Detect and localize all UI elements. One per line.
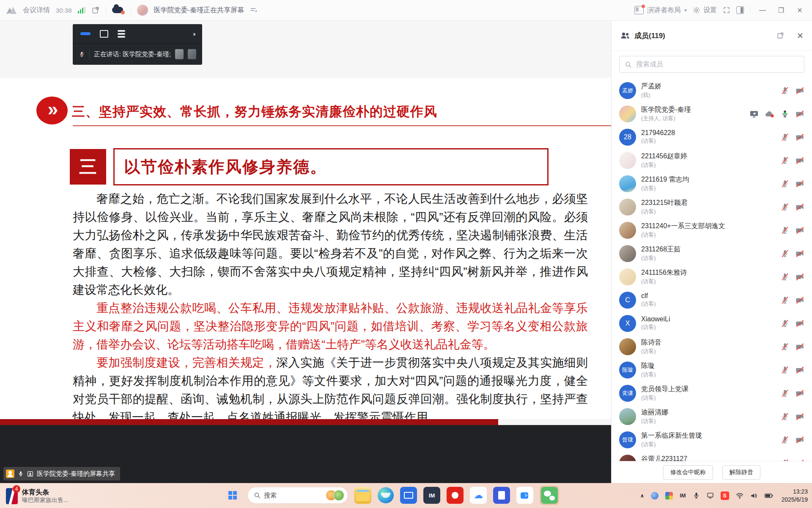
wifi-icon[interactable] — [736, 492, 743, 499]
camera-muted-icon[interactable] — [795, 203, 804, 211]
camera-muted-icon[interactable] — [795, 342, 804, 351]
tray-expand-icon[interactable]: ∧ — [640, 493, 645, 499]
screen-share-status-pill[interactable]: 医学院党委-秦瑾的屏幕共享 — [3, 467, 120, 480]
camera-muted-icon[interactable] — [795, 389, 804, 398]
camera-muted-icon[interactable] — [795, 156, 804, 165]
minimize-button[interactable]: — — [756, 4, 769, 17]
active-app-highlight[interactable] — [540, 486, 559, 505]
mic-muted-icon[interactable] — [781, 179, 789, 188]
camera-muted-icon[interactable] — [795, 273, 804, 281]
mic-muted-icon[interactable] — [781, 203, 789, 211]
red-app-icon[interactable] — [447, 487, 464, 504]
window-view-icon[interactable] — [100, 30, 108, 38]
member-row[interactable]: 2231215叶颖君 (访客) — [612, 195, 812, 218]
file-explorer-icon[interactable] — [354, 487, 371, 504]
member-row[interactable]: 2311268王茹 (访客) — [612, 242, 812, 265]
mic-muted-icon[interactable] — [781, 412, 789, 421]
member-row[interactable]: 迪丽清娜 (访客) — [612, 405, 812, 428]
camera-muted-icon[interactable] — [795, 249, 804, 258]
camera-muted-icon[interactable] — [795, 366, 804, 374]
taskbar-clock[interactable]: 13:23 2025/6/19 — [782, 488, 808, 503]
volume-icon[interactable] — [750, 492, 758, 499]
settings-button[interactable]: 设置 — [693, 6, 717, 15]
member-row[interactable]: 2411156朱雅诗 (访客) — [612, 265, 812, 288]
camera-muted-icon[interactable] — [795, 296, 804, 304]
ime-indicator[interactable]: IM — [680, 492, 686, 499]
meeting-details-link[interactable]: 会议详情 — [23, 6, 50, 15]
member-row[interactable]: 医学院党委-秦瑾 (主持人, 访客) — [612, 102, 812, 125]
mic-muted-icon[interactable] — [781, 226, 789, 235]
unmute-button[interactable]: 解除静音 — [722, 465, 760, 480]
mic-muted-icon[interactable] — [781, 366, 789, 374]
speaker-layout-button[interactable]: 演讲者布局 ▾ — [634, 6, 687, 15]
expand-toolbar-icon[interactable]: ›› — [193, 30, 195, 37]
member-row[interactable]: 曾珑 第一系临床新生曾珑 (访客) — [612, 428, 812, 451]
tray-mic-icon[interactable] — [693, 492, 700, 499]
store-icon[interactable] — [400, 487, 417, 504]
mic-muted-icon[interactable] — [781, 436, 789, 444]
member-row[interactable]: C clf (访客) — [612, 288, 812, 312]
mic-muted-icon[interactable] — [781, 389, 789, 398]
tray-display-icon[interactable] — [707, 492, 714, 499]
member-row[interactable]: 孟娇 严孟娇 (我) — [612, 79, 812, 102]
sogou-icon[interactable]: S — [721, 491, 729, 500]
mic-muted-icon[interactable] — [781, 133, 789, 141]
mic-muted-icon[interactable] — [781, 342, 789, 351]
camera-muted-icon[interactable] — [795, 436, 804, 444]
video-thumbnail[interactable] — [188, 49, 196, 59]
camera-muted-icon[interactable] — [795, 110, 804, 118]
mic-muted-icon[interactable] — [781, 296, 789, 304]
wechat-icon[interactable] — [541, 487, 558, 504]
cloud-recording-icon[interactable] — [112, 6, 125, 14]
member-row[interactable]: 2311240+一系三支部胡逸文 (访客) — [612, 218, 812, 242]
member-row[interactable]: X XiaoweiLi (访客) — [612, 312, 812, 335]
share-window-icon[interactable] — [91, 6, 100, 14]
camera-muted-icon[interactable] — [795, 86, 804, 95]
fullscreen-icon[interactable] — [723, 6, 730, 14]
mic-active-icon[interactable] — [781, 110, 789, 118]
member-row[interactable]: 28 217946228 (访客) — [612, 125, 812, 149]
member-name: 医学院党委-秦瑾 — [641, 105, 744, 114]
minimize-toolbar-icon[interactable] — [80, 32, 91, 35]
battery-icon[interactable] — [765, 493, 773, 498]
start-button[interactable] — [224, 487, 241, 504]
camera-muted-icon[interactable] — [795, 133, 804, 141]
annotation-icon[interactable] — [250, 7, 258, 14]
tray-blue-icon[interactable] — [651, 492, 658, 500]
member-search-input[interactable] — [635, 60, 799, 69]
video-thumbnail[interactable] — [175, 49, 184, 59]
maximize-button[interactable]: ❐ — [775, 4, 787, 17]
member-row[interactable]: 2211456赵章婷 (访客) — [612, 149, 812, 172]
side-panel-toggle-icon[interactable] — [736, 6, 744, 14]
mic-muted-icon[interactable] — [781, 273, 789, 281]
close-button[interactable]: ✕ — [793, 4, 806, 17]
member-status-icons — [781, 133, 804, 141]
docs-app-icon[interactable] — [493, 487, 510, 504]
mic-muted-icon[interactable] — [781, 249, 789, 258]
member-list-icon[interactable] — [118, 30, 125, 38]
mic-muted-icon[interactable] — [781, 86, 789, 95]
news-widget[interactable]: 体育头条 曝巴斯家族出售... — [6, 488, 145, 504]
member-row[interactable]: 陈诗音 (访客) — [612, 335, 812, 358]
member-row[interactable]: 2211619 雷志均 (访客) — [612, 172, 812, 195]
mic-muted-icon[interactable] — [781, 319, 789, 328]
member-row[interactable]: 党课 党员领导上党课 (访客) — [612, 381, 812, 405]
camera-muted-icon[interactable] — [795, 226, 804, 235]
member-row[interactable]: 谷蕾儿2231127 (访客) — [612, 451, 812, 461]
tencent-meeting-icon[interactable] — [516, 487, 533, 504]
camera-muted-icon[interactable] — [795, 319, 804, 328]
camera-muted-icon[interactable] — [795, 412, 804, 421]
member-search-box[interactable] — [619, 56, 804, 73]
tray-color-icon[interactable] — [665, 492, 673, 500]
edge-icon[interactable] — [378, 487, 394, 503]
camera-muted-icon[interactable] — [795, 179, 804, 188]
cloud-app-icon[interactable]: ☁ — [470, 487, 487, 504]
im-app-icon[interactable]: IM — [423, 487, 440, 504]
taskbar-search-box[interactable]: 搜索 — [247, 487, 348, 504]
close-panel-icon[interactable]: ✕ — [797, 31, 804, 41]
member-row[interactable]: 陈璇 陈璇 (访客) — [612, 358, 812, 381]
speaker-row: 正在讲话: 医学院党委-秦瑾; — [73, 44, 202, 65]
rename-button[interactable]: 修改会中昵称 — [663, 465, 713, 480]
popout-panel-icon[interactable] — [776, 32, 784, 39]
mic-muted-icon[interactable] — [781, 156, 789, 165]
